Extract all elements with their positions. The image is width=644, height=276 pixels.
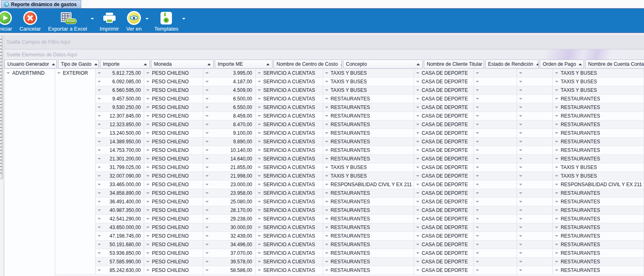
cell-estado-rendicion[interactable] [474, 172, 517, 180]
cell-dropdown-icon[interactable] [519, 252, 522, 254]
cell-cuenta-contable[interactable]: RESTAURANTES [553, 155, 644, 163]
cell-dropdown-icon[interactable] [205, 184, 209, 185]
cell-concepto[interactable]: RESTAURANTES [323, 249, 414, 258]
cell-dropdown-icon[interactable] [555, 235, 558, 237]
cell-dropdown-icon[interactable] [258, 227, 261, 228]
cell-centro-costo[interactable]: SERVICIO A CUENTAS [255, 103, 323, 112]
cell-dropdown-icon[interactable] [57, 72, 60, 74]
cell-cuenta-contable[interactable]: RESTAURANTES [553, 240, 644, 249]
cell-dropdown-icon[interactable] [416, 244, 419, 245]
cell-dropdown-icon[interactable] [258, 124, 261, 125]
cell-cliente-titular[interactable]: CASA DE DEPORTE [414, 266, 474, 275]
cell-dropdown-icon[interactable] [98, 115, 101, 117]
cell-moneda[interactable]: PESO CHILENO [144, 232, 203, 240]
cell-moneda[interactable]: PESO CHILENO [144, 86, 203, 95]
cell-centro-costo[interactable]: SERVICIO A CUENTAS [255, 266, 323, 275]
cell-dropdown-icon[interactable] [258, 107, 261, 108]
cell-dropdown-icon[interactable] [476, 132, 479, 134]
cell-dropdown-icon[interactable] [519, 115, 522, 117]
cell-centro-costo[interactable]: SERVICIO A CUENTAS [255, 112, 323, 120]
cell-dropdown-icon[interactable] [205, 244, 209, 245]
cell-estado-rendicion[interactable] [474, 155, 517, 163]
cell-dropdown-icon[interactable] [416, 269, 419, 271]
cell-cliente-titular[interactable]: CASA DE DEPORTE [414, 95, 474, 103]
cell-dropdown-icon[interactable] [146, 201, 149, 203]
cell-importe[interactable]: 42.541.290,00 [95, 215, 144, 223]
cell-dropdown-icon[interactable] [519, 184, 522, 185]
cell-cuenta-contable[interactable]: RESTAURANTES [553, 223, 644, 232]
cell-cliente-titular[interactable]: CASA DE DEPORTE [414, 206, 474, 215]
cell-importe[interactable]: 9.457.500,00 [95, 95, 144, 103]
cell-importe[interactable]: 14.753.700,00 [95, 146, 144, 155]
cell-dropdown-icon[interactable] [98, 209, 101, 211]
cell-concepto[interactable]: RESTAURANTES [323, 198, 414, 206]
cell-estado-rendicion[interactable] [474, 223, 517, 232]
cell-dropdown-icon[interactable] [146, 132, 149, 134]
cell-importe-me[interactable]: 21.855,00 [203, 163, 255, 172]
cell-dropdown-icon[interactable] [416, 192, 419, 194]
cell-dropdown-icon[interactable] [555, 149, 558, 151]
cell-dropdown-icon[interactable] [555, 89, 558, 91]
cell-cuenta-contable[interactable]: RESTAURANTES [553, 266, 644, 275]
cell-dropdown-icon[interactable] [325, 89, 328, 91]
cell-centro-costo[interactable]: SERVICIO A CUENTAS [255, 95, 323, 103]
cell-cuenta-contable[interactable]: RESTAURANTES [553, 129, 644, 138]
cell-dropdown-icon[interactable] [416, 158, 419, 160]
cell-dropdown-icon[interactable] [416, 209, 419, 211]
cell-dropdown-icon[interactable] [476, 244, 479, 245]
cell-dropdown-icon[interactable] [325, 81, 328, 82]
cell-cliente-titular[interactable]: CASA DE DEPORTE [414, 112, 474, 120]
cell-moneda[interactable]: PESO CHILENO [144, 215, 203, 223]
cell-dropdown-icon[interactable] [205, 235, 209, 237]
cell-dropdown-icon[interactable] [519, 218, 522, 220]
cell-dropdown-icon[interactable] [555, 261, 558, 263]
cell-cuenta-contable[interactable]: RESTAURANTES [553, 249, 644, 258]
cell-centro-costo[interactable]: SERVICIO A CUENTAS [255, 163, 323, 172]
cell-cuenta-contable[interactable]: RESTAURANTES [553, 112, 644, 120]
cell-dropdown-icon[interactable] [325, 192, 328, 194]
cell-dropdown-icon[interactable] [98, 89, 101, 91]
cell-orden-pago[interactable] [517, 215, 553, 223]
cell-dropdown-icon[interactable] [555, 107, 558, 108]
column-header-nombre-de-centro-de-costo[interactable]: Nombre de Centro de Costo [274, 60, 343, 69]
cell-dropdown-icon[interactable] [416, 218, 419, 220]
cell-concepto[interactable]: TAXIS Y BUSES [323, 163, 414, 172]
cell-orden-pago[interactable] [517, 180, 553, 189]
cell-dropdown-icon[interactable] [98, 124, 101, 125]
cell-dropdown-icon[interactable] [258, 269, 261, 271]
cell-dropdown-icon[interactable] [98, 201, 101, 203]
group-cell-tipo-de-gasto[interactable]: EXTERIOR [55, 69, 95, 275]
cell-dropdown-icon[interactable] [476, 141, 479, 142]
cell-orden-pago[interactable] [517, 163, 553, 172]
cell-dropdown-icon[interactable] [258, 244, 261, 245]
cell-importe-me[interactable]: 32.439,00 [203, 232, 255, 240]
column-header-usuario-generador[interactable]: Usuario Generador [4, 60, 58, 69]
cell-dropdown-icon[interactable] [476, 269, 479, 271]
cell-dropdown-icon[interactable] [555, 141, 558, 142]
cell-concepto[interactable]: RESPONSABILIDAD CIVIL Y EX 211 [323, 180, 414, 189]
cell-estado-rendicion[interactable] [474, 129, 517, 138]
cell-cliente-titular[interactable]: CASA DE DEPORTE [414, 129, 474, 138]
cell-dropdown-icon[interactable] [555, 81, 558, 82]
cell-centro-costo[interactable]: SERVICIO A CUENTAS [255, 198, 323, 206]
cell-orden-pago[interactable] [517, 172, 553, 180]
cell-dropdown-icon[interactable] [205, 81, 209, 82]
cell-dropdown-icon[interactable] [98, 252, 101, 254]
column-header-orden-de-pago[interactable]: Orden de Pago [540, 60, 585, 69]
cell-concepto[interactable]: RESTAURANTES [323, 215, 414, 223]
cell-dropdown-icon[interactable] [205, 227, 209, 228]
cell-dropdown-icon[interactable] [555, 227, 558, 228]
exportar-excel-button[interactable]: Excel Exportar a Excel [45, 10, 91, 32]
cell-importe[interactable]: 85.242.630,00 [95, 266, 144, 275]
cell-dropdown-icon[interactable] [258, 72, 261, 74]
cell-dropdown-icon[interactable] [519, 192, 522, 194]
cell-dropdown-icon[interactable] [416, 175, 419, 177]
cell-dropdown-icon[interactable] [476, 124, 479, 125]
cell-dropdown-icon[interactable] [146, 192, 149, 194]
cell-dropdown-icon[interactable] [416, 72, 419, 74]
cell-moneda[interactable]: PESO CHILENO [144, 206, 203, 215]
cell-importe-me[interactable]: 30.000,00 [203, 223, 255, 232]
cell-dropdown-icon[interactable] [205, 124, 209, 125]
cell-concepto[interactable]: TAXIS Y BUSES [323, 172, 414, 180]
cell-dropdown-icon[interactable] [325, 227, 328, 228]
